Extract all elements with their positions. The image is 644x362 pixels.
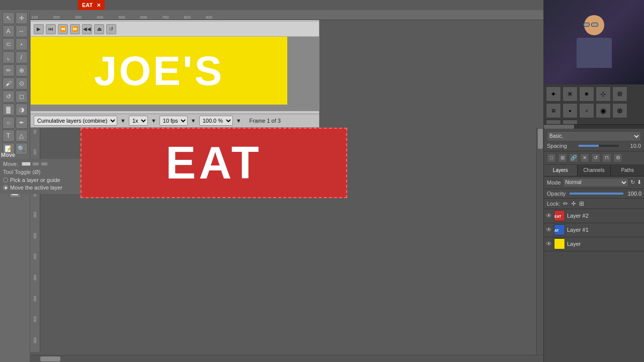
loop-button[interactable]: ↺ (106, 24, 116, 34)
tab-paths[interactable]: Paths (611, 165, 644, 176)
tab-channels[interactable]: Channels (578, 165, 611, 176)
joes-banner: JOE'S (31, 37, 287, 105)
radio-row-2: Move the active layer (3, 185, 77, 191)
transform-tool[interactable]: ↔ (16, 25, 28, 37)
glass-right (591, 23, 598, 27)
brush-7[interactable]: ▪ (562, 103, 578, 118)
layer-base-name: Layer (567, 241, 642, 247)
tool-row-1: ↖ ✛ (3, 12, 28, 24)
brush-9[interactable]: ◉ (596, 103, 611, 118)
brush-3[interactable]: ⁕ (579, 86, 594, 102)
step-forward-button[interactable]: ⏩ (70, 24, 80, 34)
scroll-thumb-v[interactable] (538, 129, 543, 149)
brush-8[interactable]: ▫ (579, 103, 594, 118)
spacing-value: 10.0 (630, 143, 641, 149)
heal-tool[interactable]: ⊕ (16, 64, 28, 76)
spacing-slider[interactable] (579, 145, 619, 147)
link-icon[interactable]: 🔗 (569, 153, 578, 162)
brush-12[interactable]: ◈ (562, 120, 578, 125)
dodge-tool[interactable]: ○ (3, 117, 15, 129)
blur-tool[interactable]: ◑ (16, 104, 28, 116)
eye-icon-3[interactable]: 👁 (546, 240, 552, 247)
right-panel: ✦ ✳ ⁕ ⊹ ❊ ≡ ▪ ▫ ◉ ⊗ ⊘ ◈ Basic, Spacing 1… (543, 0, 644, 362)
speed-select[interactable]: 1x (129, 116, 148, 126)
bottom-scrollbar[interactable] (30, 355, 543, 362)
lasso-tool[interactable]: ⊂ (3, 38, 15, 50)
text-tool[interactable]: T (3, 130, 15, 142)
settings-icon[interactable]: ⚙ (613, 153, 622, 162)
zoom-tool[interactable]: 🔍 (16, 143, 28, 155)
option2-label: Move the active layer (10, 185, 62, 191)
brush-panel: ✦ ✳ ⁕ ⊹ ❊ ≡ ▪ ▫ ◉ ⊗ ⊘ ◈ (544, 84, 644, 125)
move-tool[interactable]: ✛ (16, 12, 28, 24)
animation-controls: Cumulative layers (combine) ▼ 1x ▼ 10 fp… (30, 114, 319, 128)
brush-scroll-thumb[interactable] (544, 125, 574, 129)
webcam-bg (544, 0, 644, 84)
brush-10[interactable]: ⊗ (612, 103, 627, 118)
glasses (583, 23, 598, 27)
layer-1-name: Layer #1 (567, 227, 642, 233)
brush-1[interactable]: ✦ (546, 86, 561, 102)
opacity-value: 100.0 (627, 191, 641, 197)
move-option-icon2 (41, 162, 48, 166)
layer-item-1[interactable]: 👁 AT Layer #1 (544, 223, 644, 237)
mode-select[interactable]: Normal (563, 178, 628, 187)
history-brush[interactable]: ↺ (3, 90, 15, 103)
eraser-tool[interactable]: ◻ (16, 90, 28, 103)
option1-label: Pick a layer or guide (10, 177, 60, 183)
magic-tool[interactable]: ⋆ (16, 38, 28, 50)
brush-4[interactable]: ⊹ (596, 86, 611, 102)
eat-banner: EAT (80, 128, 347, 198)
eye-icon-2[interactable]: 👁 (546, 226, 552, 233)
eat-toolbar: EAT ✕ (78, 0, 105, 10)
tool-row-10: T △ (3, 130, 28, 142)
arrow-tool[interactable]: ↖ (3, 12, 15, 24)
brush-5[interactable]: ❊ (612, 86, 627, 102)
animation-toolbar: ▶ ⏮ ⏪ ⏩ ◀◀ ⏏ ↺ (31, 22, 319, 37)
eye-icon-1[interactable]: 👁 (546, 212, 552, 219)
spacing-slider-fill (579, 145, 599, 147)
rewind-button[interactable]: ◀◀ (82, 24, 92, 34)
fps-select[interactable]: 10 fps (159, 116, 188, 126)
move-cursor-icon (22, 162, 31, 166)
pen-tool[interactable]: ✒ (16, 117, 28, 129)
play-button[interactable]: ▶ (34, 24, 44, 34)
basic-select[interactable]: Basic, (547, 131, 641, 141)
eject-button[interactable]: ⏏ (94, 24, 104, 34)
brush-2[interactable]: ✳ (562, 86, 578, 102)
eyedropper-tool[interactable]: ✏ (3, 64, 15, 76)
opacity-slider[interactable] (570, 193, 623, 195)
refresh-icon[interactable]: ↺ (591, 153, 600, 162)
layer-mode-select[interactable]: Cumulative layers (combine) (34, 116, 117, 126)
lock-all-icon[interactable]: ⊞ (579, 200, 584, 207)
step-back-button[interactable]: ⏪ (58, 24, 68, 34)
duplicate-icon[interactable]: ⊞ (558, 153, 567, 162)
lock-pencil-icon[interactable]: ✏ (563, 200, 568, 207)
right-scrollbar[interactable] (536, 128, 543, 355)
shape-tool[interactable]: △ (16, 130, 28, 142)
merge-icon[interactable]: ⊓ (602, 153, 611, 162)
layer-item-2[interactable]: 👁 EAT Layer #2 (544, 209, 644, 223)
brush-scrollbar[interactable] (544, 125, 644, 129)
radio-dot-1[interactable] (3, 177, 8, 183)
new-layer-icon[interactable]: □ (547, 153, 556, 162)
select-tool[interactable]: A (3, 25, 15, 37)
close-icon[interactable]: ✕ (97, 3, 101, 8)
slice-tool[interactable]: / (16, 51, 28, 63)
skip-back-button[interactable]: ⏮ (46, 24, 56, 34)
crop-tool[interactable]: ⌞ (3, 51, 15, 63)
radio-dot-2[interactable] (3, 185, 8, 190)
tool-row-9: ○ ✒ (3, 117, 28, 129)
lock-move-icon[interactable]: ✛ (571, 200, 576, 207)
brush-6[interactable]: ≡ (546, 103, 561, 118)
scroll-thumb[interactable] (40, 356, 60, 361)
layer-item-base[interactable]: 👁 Layer (544, 237, 644, 251)
brush-11[interactable]: ⊘ (546, 120, 561, 125)
delete-icon[interactable]: ✕ (580, 153, 589, 162)
tab-layers[interactable]: Layers (544, 165, 578, 176)
gradient-tool[interactable]: ▓ (3, 104, 15, 116)
zoom-select[interactable]: 100.0 % (199, 116, 233, 126)
brush-tool[interactable]: 🖌 (3, 77, 15, 89)
clone-tool[interactable]: ⊙ (16, 77, 28, 89)
move-options: Move: Tool Toggle (Ø) Pick a layer or gu… (0, 159, 80, 194)
